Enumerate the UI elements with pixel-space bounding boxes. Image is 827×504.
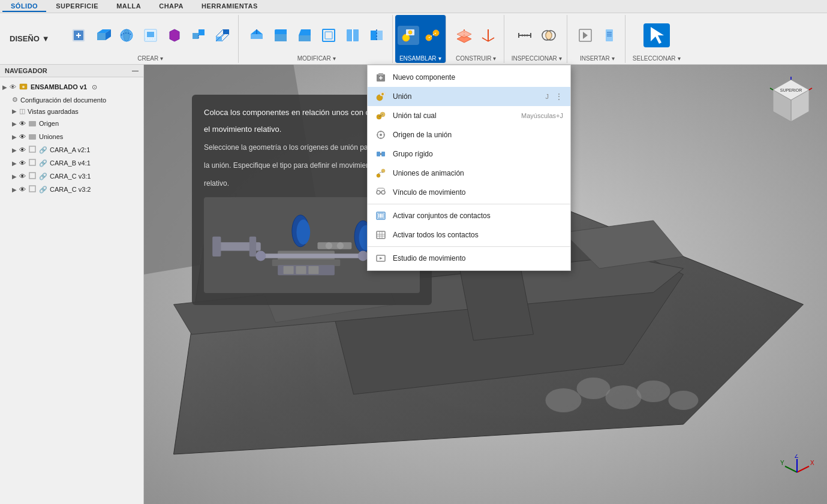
- insertar-icons: [575, 16, 620, 55]
- chamfer-btn[interactable]: [294, 26, 315, 45]
- inspeccionar-section: INSPECCIONAR ▾: [507, 15, 567, 63]
- tree-item-ensamblado[interactable]: ▶ 👁 ENSAMBLADO v1 ⊙: [0, 80, 143, 94]
- new-body-btn[interactable]: [68, 26, 89, 45]
- visibility-cara-b[interactable]: 👁: [19, 159, 26, 167]
- design-button[interactable]: DISEÑO ▼: [4, 32, 56, 46]
- cara-c1-chain-icon: 🔗: [39, 173, 47, 180]
- nav-cube[interactable]: SUPERIOR: [767, 77, 815, 125]
- construir-section: CONSTRUIR ▾: [449, 15, 504, 63]
- svg-text:Y: Y: [780, 460, 784, 466]
- svg-rect-118: [377, 152, 380, 156]
- construir-label[interactable]: CONSTRUIR ▾: [456, 55, 496, 62]
- insert-mcmaster-btn[interactable]: [599, 26, 620, 45]
- crear-label[interactable]: CREAR ▾: [137, 55, 163, 62]
- toolbar-main: DISEÑO ▼: [0, 13, 827, 64]
- sketch-btn[interactable]: [140, 26, 161, 45]
- loft-btn[interactable]: [212, 26, 233, 45]
- menu-item-grupo-rigido[interactable]: Grupo rígido: [368, 144, 570, 164]
- crear-section: CREAR ▾: [63, 15, 239, 63]
- offset-plane-btn[interactable]: [453, 26, 475, 45]
- menu-item-union[interactable]: Unión J ⋮: [368, 87, 570, 106]
- measure-btn[interactable]: [514, 26, 536, 45]
- select-btn[interactable]: [643, 23, 670, 47]
- svg-point-30: [433, 30, 439, 36]
- tree-item-cara-c2[interactable]: ▶ 👁 🔗 CARA_C v3:2: [0, 183, 143, 196]
- ensamblar-label[interactable]: ENSAMBLAR ▾: [399, 55, 441, 62]
- tree-item-cara-b[interactable]: ▶ 👁 🔗 CARA_B v4:1: [0, 156, 143, 170]
- tree-item-config[interactable]: ⚙ Configuración del documento: [0, 94, 143, 105]
- tree-item-cara-a[interactable]: ▶ 👁 🔗 CARA_A v2:1: [0, 143, 143, 156]
- press-pull-btn[interactable]: [246, 26, 267, 45]
- tab-solido[interactable]: SÓLIDO: [2, 1, 46, 12]
- estudio-movimiento-label: Estudio de movimiento: [393, 254, 563, 262]
- visibility-icon[interactable]: 👁: [10, 83, 16, 90]
- visibility-uniones[interactable]: 👁: [19, 133, 26, 140]
- svg-rect-49: [29, 121, 36, 126]
- split-btn[interactable]: [342, 26, 363, 45]
- visibility-cara-a[interactable]: 👁: [19, 146, 26, 153]
- svg-rect-119: [381, 152, 385, 156]
- svg-point-64: [606, 385, 642, 409]
- new-component-icon: [375, 71, 387, 83]
- menu-item-origen-union[interactable]: Origen de la unión: [368, 125, 570, 144]
- tab-superficie[interactable]: SUPERFICIE: [47, 1, 107, 12]
- shell-btn[interactable]: [318, 26, 339, 45]
- svg-rect-24: [377, 31, 383, 40]
- svg-point-121: [377, 174, 380, 177]
- uniones-animacion-label: Uniones de animación: [393, 169, 563, 177]
- assemble-btn[interactable]: [188, 26, 209, 45]
- revolve-btn[interactable]: [116, 26, 137, 45]
- menu-item-nuevo-componente[interactable]: Nuevo componente: [368, 68, 570, 87]
- tab-malla[interactable]: MALLA: [108, 1, 149, 12]
- insert-derive-btn[interactable]: [575, 26, 596, 45]
- svg-point-62: [546, 388, 582, 412]
- sidebar-collapse-icon[interactable]: —: [132, 67, 139, 74]
- fillet-btn[interactable]: [270, 26, 291, 45]
- svg-point-82: [255, 251, 266, 261]
- motion-study-icon: [375, 252, 387, 264]
- svg-rect-70: [212, 237, 221, 256]
- insertar-label[interactable]: INSERTAR ▾: [580, 55, 615, 62]
- union-more-icon[interactable]: ⋮: [555, 92, 563, 101]
- tree-item-cara-c1[interactable]: ▶ 👁 🔗 CARA_C v3:1: [0, 170, 143, 183]
- extrude-btn[interactable]: [92, 26, 113, 45]
- inspeccionar-label[interactable]: INSPECCIONAR ▾: [512, 55, 562, 62]
- more-create-btn[interactable]: [164, 26, 185, 45]
- menu-item-estudio-movimiento[interactable]: Estudio de movimiento: [368, 249, 570, 268]
- seleccionar-label[interactable]: SELECCIONAR ▾: [633, 55, 681, 62]
- cara-a-box-icon: [28, 145, 37, 155]
- tree-item-vistas[interactable]: ▶ ◫ Vistas guardadas: [0, 105, 143, 117]
- interference-btn[interactable]: [538, 26, 560, 45]
- cara-c2-label: CARA_C v3:2: [50, 186, 91, 193]
- tree-item-origen[interactable]: ▶ 👁 Origen: [0, 117, 143, 130]
- axis-btn[interactable]: [477, 26, 499, 45]
- sidebar-header: NAVEGADOR —: [0, 65, 143, 77]
- menu-item-union-tal-cual[interactable]: Unión tal cual Mayúsculas+J: [368, 106, 570, 125]
- menu-item-activar-conjuntos[interactable]: Activar conjuntos de contactos: [368, 206, 570, 225]
- expand-cara-a: ▶: [12, 147, 17, 153]
- visibility-cara-c1[interactable]: 👁: [19, 173, 26, 180]
- as-built-joint-btn[interactable]: [422, 26, 443, 45]
- menu-item-vinculo-movimiento[interactable]: Vínculo de movimiento: [368, 183, 570, 202]
- sidebar-content: ▶ 👁 ENSAMBLADO v1 ⊙ ⚙ Configuración del …: [0, 77, 143, 504]
- mirror-btn[interactable]: [366, 26, 387, 45]
- tab-herramientas[interactable]: HERRAMIENTAS: [193, 1, 266, 12]
- menu-item-activar-todos[interactable]: Activar todos los contactos: [368, 225, 570, 245]
- expand-uniones: ▶: [12, 134, 17, 140]
- visibility-cara-c2[interactable]: 👁: [19, 186, 26, 193]
- svg-point-48: [22, 86, 25, 88]
- tree-item-uniones[interactable]: ▶ 👁 Uniones: [0, 130, 143, 143]
- visibility-origen[interactable]: 👁: [19, 120, 26, 127]
- insertar-section: INSERTAR ▾: [570, 15, 625, 63]
- modificar-label[interactable]: MODIFICAR ▾: [297, 55, 336, 62]
- svg-point-79: [326, 242, 332, 249]
- tab-chapa[interactable]: CHAPA: [151, 1, 192, 12]
- svg-rect-20: [325, 32, 332, 39]
- svg-rect-85: [284, 266, 294, 274]
- grupo-rigido-label: Grupo rígido: [393, 150, 563, 158]
- modificar-icons: [246, 16, 387, 55]
- vinculo-movimiento-label: Vínculo de movimiento: [393, 188, 563, 197]
- svg-rect-53: [29, 173, 35, 179]
- joint-btn[interactable]: [398, 26, 419, 45]
- menu-item-uniones-animacion[interactable]: Uniones de animación: [368, 164, 570, 183]
